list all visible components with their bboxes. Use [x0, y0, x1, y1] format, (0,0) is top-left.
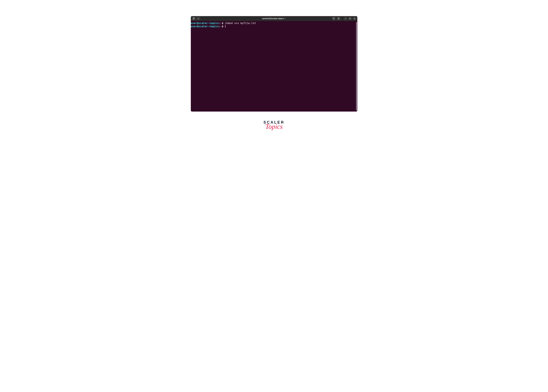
terminal-line: user@scaler-topics:~$ [191, 25, 357, 28]
prompt-symbol: $ [222, 21, 223, 25]
terminal-line: user@scaler-topics:~$ chmod u+x myfile.t… [191, 21, 357, 25]
close-icon [354, 18, 355, 20]
svg-point-3 [333, 18, 334, 19]
hamburger-icon [338, 17, 340, 20]
svg-line-4 [334, 19, 335, 19]
tab-dropdown-button[interactable] [196, 17, 200, 20]
search-icon [333, 17, 335, 20]
terminal-window: sanskriti@scaler-topics: ~ user@scaler-t… [191, 16, 357, 112]
search-button[interactable] [332, 17, 336, 20]
close-button[interactable] [353, 17, 356, 20]
prompt-colon: : [219, 21, 220, 25]
prompt-colon: : [219, 25, 220, 28]
cursor [225, 25, 225, 28]
minimize-icon [345, 18, 347, 20]
menu-button[interactable] [337, 17, 340, 20]
prompt-path: ~ [220, 21, 222, 25]
scrollbar[interactable] [356, 22, 357, 111]
window-title: sanskriti@scaler-topics: ~ [262, 17, 286, 20]
titlebar-left-controls [192, 17, 200, 20]
prompt-path: ~ [220, 25, 222, 28]
prompt-userhost: user@scaler-topics [191, 25, 219, 28]
svg-rect-9 [350, 18, 350, 19]
new-tab-button[interactable] [192, 17, 196, 20]
maximize-icon [349, 18, 351, 20]
prompt-symbol: $ [222, 25, 223, 28]
titlebar: sanskriti@scaler-topics: ~ [191, 16, 357, 21]
titlebar-right-controls [332, 17, 356, 20]
maximize-button[interactable] [348, 17, 352, 20]
prompt-userhost: user@scaler-topics [191, 21, 219, 25]
minimize-button[interactable] [344, 17, 347, 20]
brand-logo: SCALER Topics [264, 120, 285, 129]
terminal-body[interactable]: user@scaler-topics:~$ chmod u+x myfile.t… [191, 21, 357, 112]
command-text: chmod u+x myfile.txt [225, 21, 256, 25]
brand-text-topics: Topics [265, 124, 283, 129]
